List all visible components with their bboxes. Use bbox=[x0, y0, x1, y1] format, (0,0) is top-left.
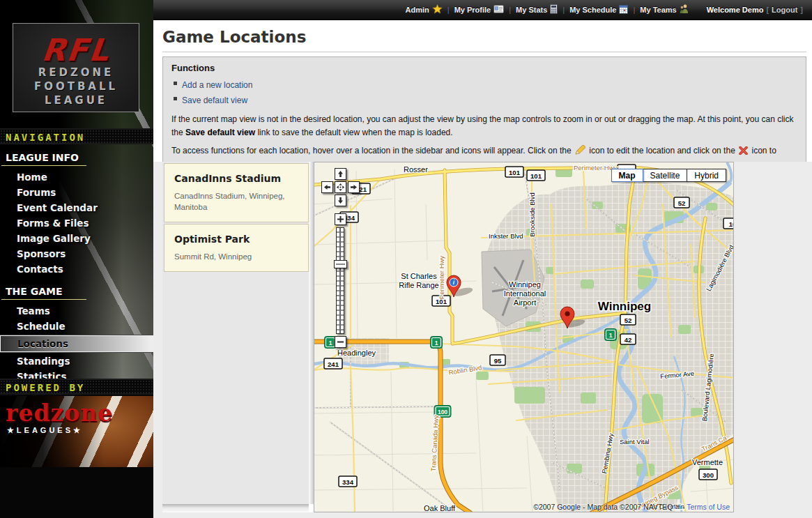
main-content: Game Locations Functions Add a new locat… bbox=[153, 20, 812, 518]
league-logo: RFL REDZONE FOOTBALL LEAGUE bbox=[13, 23, 139, 112]
svg-text:101: 101 bbox=[530, 172, 542, 180]
svg-text:Winnipeg: Winnipeg bbox=[598, 300, 651, 313]
my-teams-label: My Teams bbox=[640, 6, 676, 14]
location-name: CanadInns Stadium bbox=[174, 173, 301, 184]
svg-text:St Charles: St Charles bbox=[401, 272, 437, 280]
svg-text:334: 334 bbox=[342, 478, 354, 486]
svg-text:Perimeter Hwy: Perimeter Hwy bbox=[438, 256, 445, 300]
sidebar-item-image-gallery[interactable]: Image Gallery bbox=[0, 231, 153, 246]
redzone-leagues-logo: redzone ★LEAGUES★ bbox=[0, 396, 153, 467]
separator: | bbox=[447, 6, 450, 14]
logo-line: REDZONE bbox=[13, 66, 139, 79]
svg-text:42: 42 bbox=[625, 336, 632, 344]
functions-list-item: Save default view bbox=[173, 92, 797, 107]
svg-text:Airport: Airport bbox=[514, 298, 536, 307]
sidebar-item-home[interactable]: Home bbox=[0, 169, 153, 185]
sidebar-item-schedule[interactable]: Schedule bbox=[0, 319, 153, 334]
star-icon bbox=[432, 4, 443, 15]
sidebar-nav: LEAGUE INFO Home Forums Event Calendar F… bbox=[0, 146, 153, 387]
bracket: [ bbox=[766, 6, 769, 14]
sidebar-item-event-calendar[interactable]: Event Calendar bbox=[0, 200, 153, 215]
svg-text:Oak Bluff: Oak Bluff bbox=[424, 504, 456, 512]
svg-text:300: 300 bbox=[703, 471, 714, 479]
svg-text:Winnipeg: Winnipeg bbox=[509, 280, 541, 289]
zoom-out-button[interactable] bbox=[335, 336, 346, 348]
copyright-text: ©2007 Google - Map data ©2007 NAVTEQ™ - bbox=[533, 503, 684, 511]
topbar: Admin | My Profile | My Stats | My Sched… bbox=[153, 0, 812, 20]
sidebar-item-forums[interactable]: Forums bbox=[0, 185, 153, 200]
svg-text:1: 1 bbox=[435, 340, 438, 346]
welcome-text: Welcome Demo bbox=[707, 6, 764, 14]
pan-left-button[interactable] bbox=[321, 181, 333, 193]
bracket: ] bbox=[800, 6, 803, 14]
the-game-items: Teams Schedule Locations Standings Stati… bbox=[0, 303, 153, 384]
map-type-map-button[interactable]: Map bbox=[611, 169, 643, 182]
map-panel: 101 101 101 101 221 334 334 52 52 42 95 … bbox=[314, 162, 734, 512]
functions-heading: Functions bbox=[171, 63, 797, 73]
zoom-slider-track[interactable] bbox=[336, 227, 344, 334]
map-type-hybrid-button[interactable]: Hybrid bbox=[687, 169, 726, 182]
svg-text:Inkster Blvd: Inkster Blvd bbox=[489, 232, 523, 240]
add-location-link[interactable]: Add a new location bbox=[182, 80, 252, 90]
svg-text:10: 10 bbox=[729, 220, 734, 228]
terms-of-use-link[interactable]: Terms of Use bbox=[687, 503, 730, 511]
separator: | bbox=[633, 6, 635, 14]
edit-pencil-icon bbox=[575, 145, 585, 159]
sidebar-item-locations[interactable]: Locations bbox=[0, 335, 153, 352]
pan-center-button[interactable] bbox=[335, 181, 346, 193]
id-card-icon bbox=[493, 5, 504, 15]
league-info-items: Home Forums Event Calendar Forms & Files… bbox=[0, 169, 153, 277]
location-card-optimist-park[interactable]: Optimist Park Summit Rd, Winnipeg bbox=[164, 224, 309, 272]
svg-text:Headingley: Headingley bbox=[337, 349, 376, 357]
svg-text:Vermette: Vermette bbox=[692, 458, 723, 466]
section-title-the-game: THE GAME bbox=[0, 280, 153, 299]
location-address: Summit Rd, Winnipeg bbox=[174, 251, 301, 262]
svg-text:52: 52 bbox=[678, 199, 686, 207]
para1-text: link to save the default view when the m… bbox=[255, 128, 453, 137]
my-teams-link[interactable]: My Teams bbox=[640, 4, 688, 15]
svg-text:International: International bbox=[504, 289, 546, 298]
admin-label: Admin bbox=[406, 6, 429, 14]
map-copyright: ©2007 Google - Map data ©2007 NAVTEQ™ - … bbox=[533, 503, 730, 511]
redzone-brand: redzone bbox=[6, 402, 153, 425]
pan-right-button[interactable] bbox=[348, 181, 360, 193]
svg-text:241: 241 bbox=[328, 360, 339, 368]
redzone-leagues-text: ★LEAGUES★ bbox=[7, 426, 153, 435]
admin-link[interactable]: Admin bbox=[406, 4, 443, 15]
pan-down-button[interactable] bbox=[335, 195, 346, 206]
location-card-canadinns[interactable]: CanadInns Stadium CanadInns Stadium, Win… bbox=[164, 163, 309, 222]
sidebar-item-sponsors[interactable]: Sponsors bbox=[0, 246, 153, 261]
logout-link[interactable]: Logout bbox=[772, 6, 797, 14]
functions-list-item: Add a new location bbox=[173, 77, 797, 92]
sidebar-item-teams[interactable]: Teams bbox=[0, 303, 153, 319]
sidebar-item-standings[interactable]: Standings bbox=[0, 353, 153, 369]
horizontal-scrollbar[interactable] bbox=[162, 504, 309, 512]
save-default-view-link[interactable]: Save default view bbox=[182, 96, 247, 105]
delete-x-icon bbox=[739, 146, 748, 159]
pan-up-button[interactable] bbox=[335, 168, 346, 180]
location-name: Optimist Park bbox=[174, 234, 301, 245]
section-rule bbox=[1, 165, 86, 166]
my-schedule-link[interactable]: My Schedule bbox=[569, 5, 628, 15]
functions-links: Add a new location Save default view bbox=[173, 77, 797, 107]
sidebar-item-contacts[interactable]: Contacts bbox=[0, 261, 153, 277]
zoom-in-button[interactable] bbox=[335, 213, 346, 225]
section-title-league-info: LEAGUE INFO bbox=[0, 146, 153, 165]
zoom-slider-handle[interactable] bbox=[334, 260, 347, 268]
sidebar-item-forms-files[interactable]: Forms & Files bbox=[0, 215, 153, 231]
people-icon bbox=[680, 4, 689, 15]
map-canvas[interactable]: 101 101 101 101 221 334 334 52 52 42 95 … bbox=[314, 162, 734, 512]
logo-line: LEAGUE bbox=[13, 93, 139, 107]
my-profile-label: My Profile bbox=[454, 6, 491, 14]
calendar-icon bbox=[619, 5, 628, 15]
title-divider bbox=[162, 52, 806, 52]
calculator-icon bbox=[550, 4, 558, 15]
my-stats-link[interactable]: My Stats bbox=[516, 4, 558, 15]
para2-text: icon to edit the location and click on t… bbox=[587, 146, 737, 155]
my-profile-link[interactable]: My Profile bbox=[454, 5, 505, 15]
svg-text:Brookside Blvd: Brookside Blvd bbox=[528, 192, 536, 236]
my-stats-label: My Stats bbox=[516, 6, 547, 14]
svg-text:Rosser: Rosser bbox=[404, 165, 428, 174]
logo-line: FOOTBALL bbox=[13, 79, 139, 93]
map-type-satellite-button[interactable]: Satellite bbox=[643, 169, 688, 182]
